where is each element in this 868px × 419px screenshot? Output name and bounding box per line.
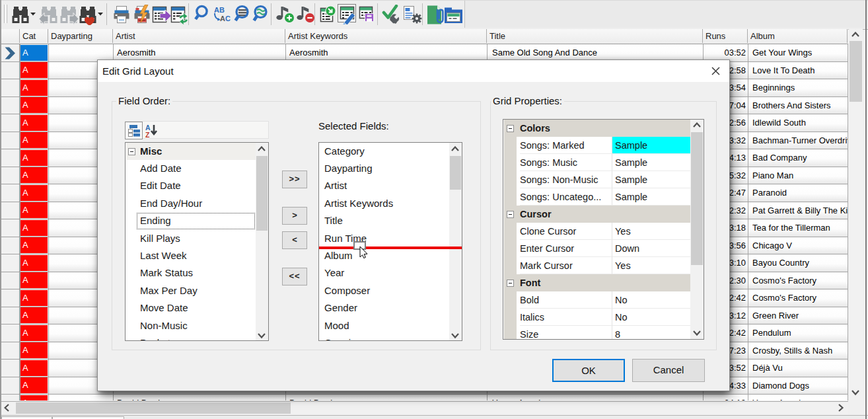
svg-text:A: A bbox=[220, 15, 225, 22]
svg-text:Z: Z bbox=[145, 131, 150, 138]
svg-text:AB: AB bbox=[214, 6, 225, 14]
svg-text:C: C bbox=[225, 15, 231, 22]
